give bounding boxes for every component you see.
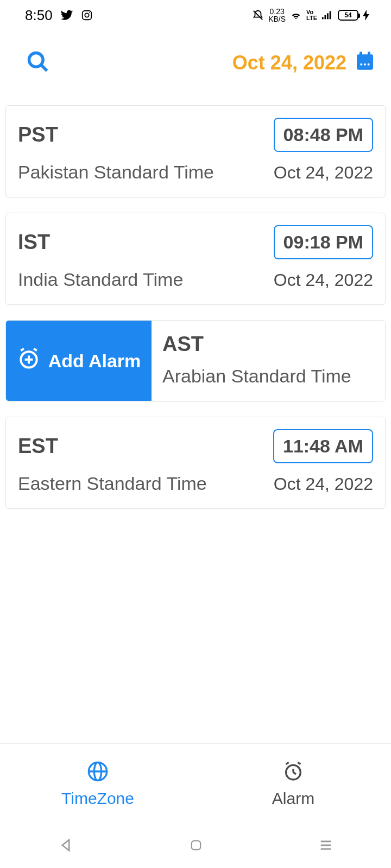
svg-rect-12 — [368, 52, 370, 56]
tz-abbr: AST — [162, 333, 373, 356]
svg-rect-0 — [82, 11, 91, 20]
timezone-list: PST 08:48 PM Pakistan Standard Time Oct … — [0, 105, 391, 743]
timezone-card[interactable]: IST 09:18 PM India Standard Time Oct 24,… — [5, 213, 386, 305]
nav-home-button[interactable] — [188, 838, 204, 855]
app-header: Oct 24, 2022 — [0, 30, 391, 95]
network-speed: 0.23 KB/S — [268, 8, 286, 23]
tz-fullname: Eastern Standard Time — [18, 473, 207, 494]
svg-point-8 — [29, 53, 43, 67]
wifi-icon — [290, 9, 302, 21]
search-button[interactable] — [26, 50, 50, 76]
status-left: 8:50 — [25, 7, 93, 24]
svg-rect-10 — [357, 54, 373, 69]
globe-icon — [87, 761, 109, 786]
status-time: 8:50 — [25, 7, 53, 24]
tz-abbr: IST — [18, 231, 50, 254]
calendar-button[interactable] — [354, 50, 376, 76]
bottom-tabs: TimeZone Alarm — [0, 743, 391, 825]
alarm-icon — [282, 761, 304, 786]
system-navbar — [0, 825, 391, 868]
instagram-icon — [81, 9, 93, 21]
tab-timezone[interactable]: TimeZone — [0, 744, 195, 825]
svg-point-1 — [85, 13, 89, 17]
nav-back-button[interactable] — [58, 837, 74, 856]
tz-abbr: PST — [18, 123, 58, 146]
add-alarm-button[interactable]: Add Alarm — [6, 321, 152, 401]
svg-line-19 — [21, 349, 24, 351]
tz-date: Oct 24, 2022 — [274, 270, 373, 290]
svg-point-14 — [364, 63, 366, 65]
add-alarm-label: Add Alarm — [48, 350, 141, 372]
svg-line-20 — [34, 349, 37, 351]
charging-icon — [363, 10, 369, 21]
svg-rect-7 — [330, 11, 331, 20]
status-right: 0.23 KB/S VoLTE 54 — [252, 8, 369, 23]
tz-time[interactable]: 11:48 AM — [273, 429, 373, 463]
battery-icon: 54 — [338, 10, 358, 21]
svg-point-13 — [360, 63, 362, 65]
tab-alarm-label: Alarm — [272, 789, 314, 808]
tz-date: Oct 24, 2022 — [274, 474, 373, 494]
tz-date: Oct 24, 2022 — [274, 163, 373, 183]
svg-point-2 — [89, 12, 90, 13]
timezone-card-swiped[interactable]: Add Alarm AST Arabian Standard Time — [5, 320, 386, 401]
mute-icon — [252, 9, 264, 21]
tz-fullname: Pakistan Standard Time — [18, 162, 214, 183]
timezone-card[interactable]: PST 08:48 PM Pakistan Standard Time Oct … — [5, 105, 386, 197]
volte-icon: VoLTE — [306, 9, 317, 21]
timezone-card[interactable]: EST 11:48 AM Eastern Standard Time Oct 2… — [5, 417, 386, 509]
svg-rect-4 — [322, 17, 324, 20]
header-date[interactable]: Oct 24, 2022 — [232, 52, 346, 74]
nav-recent-button[interactable] — [318, 838, 333, 855]
twitter-icon — [60, 9, 73, 22]
svg-line-27 — [286, 762, 289, 764]
tz-time[interactable]: 08:48 PM — [274, 118, 373, 152]
tab-alarm[interactable]: Alarm — [195, 744, 391, 825]
svg-rect-29 — [192, 841, 200, 850]
svg-line-28 — [298, 762, 300, 764]
tab-timezone-label: TimeZone — [61, 789, 134, 808]
svg-rect-5 — [325, 15, 326, 19]
svg-point-15 — [368, 63, 370, 65]
svg-rect-11 — [360, 52, 362, 56]
tz-time[interactable]: 09:18 PM — [274, 225, 373, 259]
svg-line-26 — [293, 773, 296, 774]
svg-rect-6 — [327, 13, 329, 19]
svg-line-9 — [41, 65, 47, 71]
tz-fullname: Arabian Standard Time — [162, 366, 373, 387]
tz-abbr: EST — [18, 435, 58, 458]
signal-icon — [321, 10, 333, 21]
status-bar: 8:50 0.23 KB/S VoLTE 54 — [0, 0, 391, 30]
header-date-group: Oct 24, 2022 — [232, 50, 376, 76]
alarm-plus-icon — [17, 347, 41, 375]
tz-fullname: India Standard Time — [18, 269, 183, 290]
